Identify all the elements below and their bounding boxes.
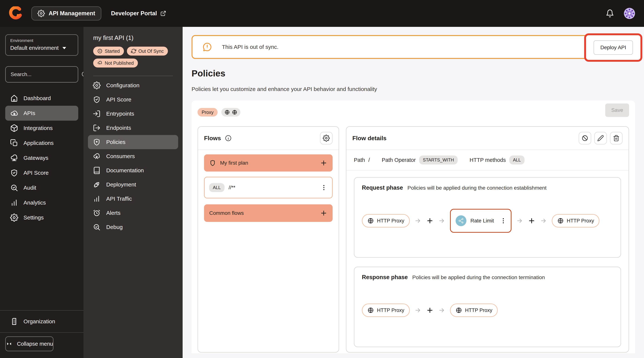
- connector-label: HTTP Proxy: [377, 218, 404, 224]
- rate-limit-icon: [456, 215, 466, 226]
- badge-label: Started: [105, 49, 120, 54]
- api-sidebar-item-label: API Traffic: [106, 196, 132, 202]
- add-policy-button[interactable]: [426, 306, 434, 314]
- plan-group-header[interactable]: My first plan: [204, 154, 332, 172]
- info-icon[interactable]: [225, 135, 232, 142]
- api-sidebar-item-debug[interactable]: Debug: [88, 220, 178, 234]
- rocket-icon: [93, 181, 100, 189]
- sidebar-item-label: Gateways: [24, 155, 48, 161]
- collapse-menu-button[interactable]: Collapse menu: [5, 336, 54, 351]
- kebab-menu-icon[interactable]: [500, 217, 507, 224]
- search-input[interactable]: [10, 71, 78, 77]
- save-button[interactable]: Save: [605, 104, 629, 117]
- flows-list: My first plan ALL //** Common flows: [198, 150, 338, 226]
- flows-settings-button[interactable]: [320, 132, 332, 145]
- gear-icon: [323, 135, 330, 142]
- api-sidebar-item-entrypoints[interactable]: Entrypoints: [88, 107, 178, 121]
- edit-flow-button[interactable]: [594, 132, 607, 145]
- delete-flow-button[interactable]: [610, 132, 622, 145]
- common-flows-header[interactable]: Common flows: [204, 204, 332, 222]
- log-in-icon: [93, 110, 100, 118]
- api-sidebar-item-api-score[interactable]: API Score: [88, 93, 178, 107]
- flow-details-title: Flow details: [352, 135, 386, 142]
- app-switcher-button[interactable]: API Management: [31, 6, 101, 21]
- sidebar-item-label: Integrations: [24, 125, 53, 131]
- api-sidebar-item-configuration[interactable]: Configuration: [88, 78, 178, 93]
- connector-label: HTTP Proxy: [377, 307, 404, 313]
- add-policy-button[interactable]: [528, 217, 535, 224]
- request-phase-box: Request phase Policies will be applied d…: [354, 177, 621, 258]
- connector-http-proxy: HTTP Proxy: [552, 214, 600, 227]
- sidebar-item-gateways[interactable]: Gateways: [5, 150, 78, 165]
- copy-icon: [10, 139, 18, 147]
- shield-icon: [209, 160, 216, 166]
- sidebar-item-label: Dashboard: [24, 95, 51, 101]
- request-phase-title: Request phase: [362, 184, 403, 191]
- user-avatar[interactable]: [624, 8, 635, 19]
- http-methods-chip: ALL: [509, 156, 525, 164]
- flow-condition-row: Path / Path Operator STARTS_WITH HTTP me…: [346, 150, 628, 170]
- sidebar-item-api-score[interactable]: API Score: [5, 165, 78, 180]
- gear-icon: [38, 10, 45, 17]
- request-phase-chain: HTTP Proxy Rate Limi: [362, 191, 613, 250]
- policy-step-rate-limit[interactable]: Rate Limit: [450, 209, 512, 233]
- api-sidebar-item-documentation[interactable]: Documentation: [88, 163, 178, 178]
- sidebar-item-dashboard[interactable]: Dashboard: [5, 91, 78, 106]
- deploy-api-button[interactable]: Deploy API: [594, 40, 633, 55]
- environment-selector[interactable]: Environment Default environment: [5, 34, 78, 56]
- response-phase-title: Response phase: [362, 274, 408, 281]
- entrypoints-chip: [222, 108, 240, 117]
- collapse-icon: [6, 340, 12, 347]
- top-bar: API Management Developer Portal: [0, 0, 644, 27]
- notifications-bell-icon[interactable]: [606, 9, 614, 18]
- sidebar-item-analytics[interactable]: Analytics: [5, 195, 78, 210]
- api-sidebar-item-deployment[interactable]: Deployment: [88, 178, 178, 192]
- sidebar-item-organization[interactable]: Organization: [0, 311, 84, 332]
- badge-label: Out Of Sync: [138, 49, 164, 54]
- flows-title: Flows: [204, 135, 221, 142]
- api-sidebar-item-api-traffic[interactable]: API Traffic: [88, 192, 178, 206]
- api-sidebar-item-alerts[interactable]: Alerts: [88, 206, 178, 220]
- status-badge-not-published: Not Published: [93, 59, 138, 68]
- disable-flow-button[interactable]: [578, 132, 591, 145]
- path-operator-label: Path Operator: [382, 157, 416, 163]
- api-sidebar-menu: Configuration API Score Entrypoints Endp…: [84, 78, 182, 234]
- globe-icon: [367, 307, 374, 314]
- api-sidebar-item-label: API Score: [106, 96, 131, 103]
- cloud-node-icon: [10, 154, 18, 162]
- deploy-highlight-annotation: Deploy API: [584, 33, 642, 62]
- home-icon: [10, 94, 18, 102]
- sidebar-item-integrations[interactable]: Integrations: [5, 121, 78, 136]
- http-methods-label: HTTP methods: [470, 157, 506, 163]
- flow-details-panel: Flow details: [346, 126, 629, 352]
- sidebar-item-label: Analytics: [24, 199, 46, 206]
- flow-list-item[interactable]: ALL //**: [204, 177, 332, 198]
- cloud-x-icon: [97, 60, 102, 66]
- proxy-chip: Proxy: [198, 108, 218, 117]
- kebab-menu-icon[interactable]: [320, 184, 328, 191]
- sidebar-item-settings[interactable]: Settings: [5, 210, 78, 225]
- api-sidebar-item-endpoints[interactable]: Endpoints: [88, 121, 178, 135]
- sidebar-item-audit[interactable]: Audit: [5, 180, 78, 195]
- add-flow-icon[interactable]: [320, 159, 328, 167]
- policy-label: Rate Limit: [470, 218, 494, 224]
- arrow-right-icon: [414, 306, 422, 314]
- sidebar-menu: Dashboard APIs Integrations Applications…: [0, 91, 84, 225]
- status-badge-out-of-sync: Out Of Sync: [127, 47, 168, 56]
- top-bar-actions: [606, 8, 635, 19]
- api-sidebar-item-label: Alerts: [106, 210, 120, 216]
- developer-portal-link[interactable]: Developer Portal: [111, 10, 166, 17]
- api-sidebar-item-policies[interactable]: Policies: [88, 135, 178, 149]
- shield-check-icon: [93, 96, 100, 104]
- sidebar-item-applications[interactable]: Applications: [5, 136, 78, 150]
- cloud-gear-icon: [10, 109, 18, 117]
- plan-name: My first plan: [220, 160, 248, 166]
- environment-label: Environment: [10, 38, 73, 43]
- gravitee-logo-icon: [9, 6, 23, 21]
- external-link-icon: [160, 11, 166, 17]
- building-icon: [10, 317, 18, 325]
- add-policy-button[interactable]: [426, 217, 434, 224]
- api-sidebar-item-consumers[interactable]: Consumers: [88, 149, 178, 163]
- add-common-flow-icon[interactable]: [320, 209, 328, 217]
- sidebar-item-apis[interactable]: APIs: [5, 106, 78, 121]
